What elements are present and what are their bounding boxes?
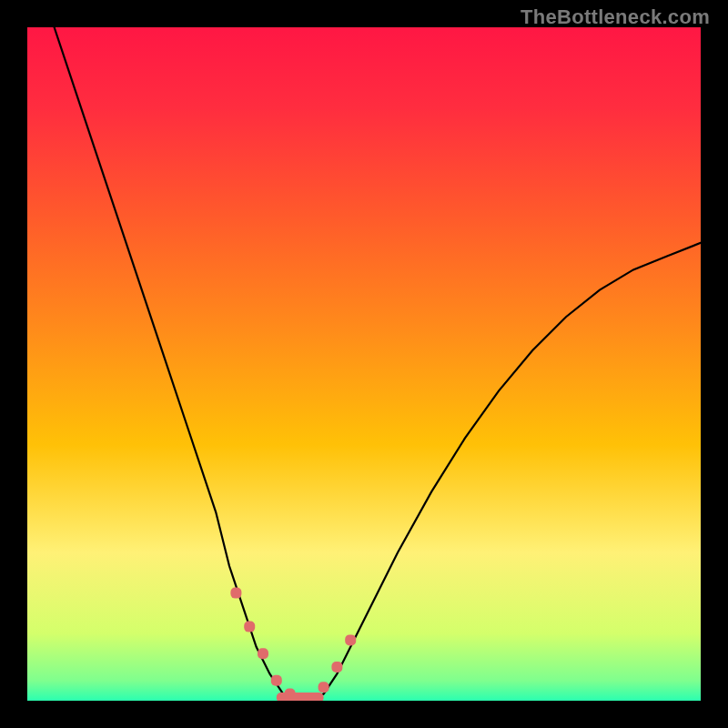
rough-marker: [318, 682, 329, 693]
rough-zone-markers: [230, 588, 356, 701]
rough-marker: [244, 622, 255, 632]
rough-marker: [345, 634, 356, 645]
rough-marker: [230, 588, 241, 599]
bottleneck-curve: [27, 27, 701, 701]
rough-marker: [271, 675, 282, 686]
rough-marker: [331, 662, 342, 672]
plot-area: [27, 27, 701, 701]
rough-marker: [258, 648, 268, 659]
rough-marker-flat: [277, 693, 324, 701]
chart-frame: TheBottleneck.com: [0, 0, 728, 728]
watermark-text: TheBottleneck.com: [521, 5, 710, 29]
